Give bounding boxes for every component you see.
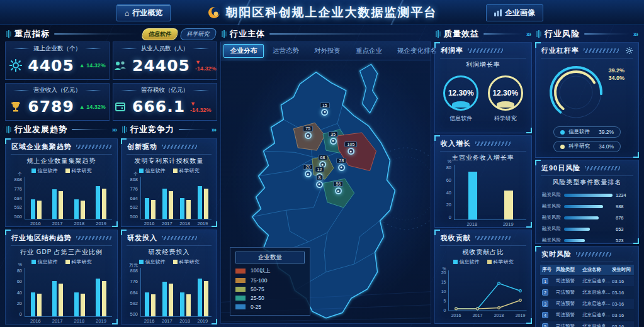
legend-item: 信息软件 <box>139 167 166 174</box>
bar[interactable] <box>198 279 202 316</box>
badge-科学研究[interactable]: 科学研究 <box>179 28 217 40</box>
hatch-decor <box>475 236 511 240</box>
map-marker[interactable]: 15 <box>320 103 330 116</box>
risk-bar-row: 融资风险876 <box>542 214 632 221</box>
bar[interactable] <box>81 201 85 219</box>
bar[interactable] <box>145 292 149 316</box>
bar[interactable] <box>169 191 173 219</box>
bar[interactable] <box>204 189 208 219</box>
chart-title: 行业 GDP 占第三产业比例 <box>6 248 117 257</box>
bar[interactable] <box>162 189 167 219</box>
risk-bar-track <box>564 205 613 208</box>
y-axis-unit: 个 <box>133 171 138 177</box>
profit-gauges: 12.30%信息软件12.30%科学研究 <box>435 69 531 125</box>
tab-企业分布[interactable]: 企业分布 <box>223 44 264 58</box>
quality-header: 质量效益 ››› <box>434 28 532 40</box>
map-marker[interactable]: 28 <box>337 158 347 171</box>
bar[interactable] <box>198 186 202 219</box>
bar[interactable] <box>162 282 167 316</box>
bar[interactable] <box>74 199 79 219</box>
bar[interactable] <box>31 199 35 219</box>
bar[interactable] <box>186 200 191 219</box>
expand-icon[interactable]: ››› <box>112 126 116 133</box>
bar[interactable] <box>37 201 42 219</box>
map-marker[interactable]: 8 <box>316 175 324 188</box>
map-marker[interactable]: 105 <box>345 141 358 155</box>
section-bars-icon <box>6 126 11 133</box>
gear-icon[interactable] <box>626 47 633 54</box>
bar[interactable] <box>204 281 208 316</box>
tab-运营态势[interactable]: 运营态势 <box>266 45 305 57</box>
bar[interactable] <box>186 294 191 316</box>
y-tick: 60 <box>17 279 22 284</box>
gauge-value: 12.30% <box>492 89 518 97</box>
bar[interactable] <box>504 191 513 219</box>
bar[interactable] <box>59 284 63 316</box>
left-sub-columns: 行业发展趋势 ››› 区域企业集聚趋势 规上企业数量集聚趋势信息软件科学研究个8… <box>5 123 217 324</box>
map-marker[interactable]: 56 <box>334 181 344 194</box>
table-row[interactable]: 1司法预警北京启迪卓越科技有限公司03-16 <box>540 276 634 286</box>
quality-panel: 质量效益 ››› 利润率 利润增长率 12.30%信息软件12.30%科学研究 … <box>434 28 532 324</box>
bar[interactable] <box>31 292 35 317</box>
bar[interactable] <box>180 198 184 219</box>
bar[interactable] <box>169 284 173 316</box>
risk-bar-row: 融资风险988 <box>542 203 632 209</box>
legend-label: 0-25 <box>251 304 261 310</box>
bar[interactable] <box>52 189 57 219</box>
bar[interactable] <box>151 200 155 219</box>
legend-dot <box>173 260 178 264</box>
bar[interactable] <box>102 281 106 316</box>
bar-group <box>31 177 42 219</box>
gauge-label: 科学研究 <box>494 114 517 123</box>
expand-icon[interactable]: ››› <box>526 31 531 38</box>
x-tick: 2018 <box>466 221 477 227</box>
nav-industry-overview[interactable]: ⌂ 行业概览 <box>116 4 171 21</box>
bar[interactable] <box>37 294 42 316</box>
plot-area <box>454 165 526 220</box>
map-marker[interactable]: 20 <box>303 164 313 177</box>
map-marker[interactable]: 35 <box>328 131 338 145</box>
badge-信息软件[interactable]: 信息软件 <box>141 28 179 40</box>
risk-bar-fill <box>564 228 590 231</box>
tab-重点企业[interactable]: 重点企业 <box>349 45 388 57</box>
bar[interactable] <box>145 198 149 219</box>
nav-enterprise-portrait[interactable]: 企业画像 <box>486 4 543 21</box>
legend-swatch <box>235 287 246 292</box>
table-row[interactable]: 3司法预警北京启迪卓越科技有限公司03-16 <box>540 299 634 309</box>
home-icon: ⌂ <box>125 9 129 18</box>
legend-swatch <box>235 296 246 301</box>
stat-delta: ▲ 14.32% <box>79 62 106 69</box>
bar[interactable] <box>151 294 155 316</box>
x-tick: 2016 <box>144 318 155 324</box>
risk-bar-label: 融资风险 <box>542 192 561 198</box>
map-marker[interactable]: 75 <box>303 126 313 139</box>
svg-text:2019: 2019 <box>516 313 526 318</box>
risk-type: 司法预警 <box>556 289 582 296</box>
tab-对外投资[interactable]: 对外投资 <box>308 45 347 57</box>
page-title: 朝阳区科创规上企业大数据监测平台 <box>207 4 438 21</box>
company-name: 北京启迪卓越科技有限公司 <box>582 323 612 327</box>
expand-icon[interactable]: ››› <box>212 126 216 133</box>
bar[interactable] <box>59 191 63 219</box>
bar[interactable] <box>96 186 100 219</box>
bar-group <box>96 268 106 316</box>
bar[interactable] <box>468 172 477 219</box>
plot-row: 个868776684592500 <box>6 174 117 219</box>
table-row[interactable]: 2司法预警北京启迪卓越科技有限公司03-16 <box>540 287 634 297</box>
bar[interactable] <box>52 281 57 316</box>
bar[interactable] <box>74 292 79 317</box>
expand-icon[interactable]: ››› <box>633 31 638 38</box>
legend-dot <box>173 169 178 173</box>
table-row[interactable]: 4司法预警北京启迪卓越科技有限公司03-16 <box>540 310 634 320</box>
industry-filter-badges: 信息软件科学研究 <box>142 28 216 40</box>
gauge-信息软件: 12.30%信息软件 <box>443 75 478 123</box>
legend-label: 科学研究 <box>72 167 92 174</box>
risk-bar-row: 融资风险1234 <box>542 192 632 198</box>
bar[interactable] <box>102 189 106 219</box>
card-title-row: 创新驱动 <box>121 139 217 153</box>
bar[interactable] <box>81 294 85 316</box>
bar[interactable] <box>96 279 100 316</box>
bar[interactable] <box>180 292 184 316</box>
table-row[interactable]: 5司法预警北京启迪卓越科技有限公司03-16 <box>540 321 634 327</box>
card-title-row: 研发投入 <box>121 230 217 245</box>
